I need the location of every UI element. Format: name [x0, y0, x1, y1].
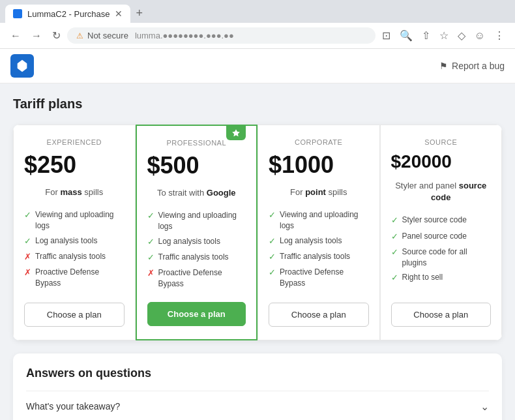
new-tab-button[interactable]: + — [130, 4, 148, 23]
plan-price-corporate: $1000 — [269, 151, 369, 179]
feature-item: ✓Log analysis tools — [147, 234, 246, 250]
report-bug-label: Report a bug — [452, 61, 505, 71]
x-icon: ✗ — [24, 267, 31, 278]
plan-card-professional: PROFESSIONAL $500 To strait with Google … — [136, 125, 258, 340]
plan-price-source: $20000 — [391, 151, 492, 172]
tab-favicon — [13, 9, 22, 18]
check-icon: ✓ — [269, 235, 276, 247]
check-icon: ✓ — [391, 215, 398, 226]
feature-item: ✗Proactive Defense Bypass — [24, 265, 125, 291]
faq-section: Answers on questions What's your takeawa… — [13, 353, 502, 420]
plan-card-source: SOURCE $20000 Styler and panel source co… — [380, 125, 503, 340]
forward-button[interactable]: → — [27, 27, 46, 44]
check-icon: ✓ — [24, 209, 31, 221]
check-icon: ✓ — [147, 210, 154, 222]
extensions-button[interactable]: ◇ — [454, 27, 469, 44]
tab-bar: LummaC2 - Purchase ✕ + — [0, 0, 515, 23]
security-warning-icon: ⚠ — [76, 31, 83, 40]
plan-name-experienced: EXPERIENCED — [24, 138, 125, 146]
plan-features-source: ✓Styler source code ✓Panel source code ✓… — [391, 213, 492, 292]
x-icon: ✗ — [24, 251, 31, 263]
chevron-down-icon-1: ⌄ — [480, 400, 489, 413]
feature-item: ✓Proactive Defense Bypass — [269, 265, 369, 291]
report-bug-button[interactable]: ⚑ Report a bug — [439, 61, 505, 71]
nav-bar: ← → ↻ ⚠ Not secure lumma.●●●●●●●●.●●●.●●… — [0, 23, 515, 49]
feature-item: ✓Panel source code — [391, 229, 492, 245]
plans-grid: EXPERIENCED $250 For mass spills ✓Viewin… — [13, 125, 502, 340]
security-label: Not secure — [87, 31, 128, 40]
choose-plan-button-professional[interactable]: Choose a plan — [147, 302, 246, 326]
feature-item: ✓Traffic analysis tools — [269, 249, 369, 265]
plan-desc-experienced: For mass spills — [24, 187, 125, 198]
check-icon: ✓ — [147, 252, 154, 263]
feature-item: ✓Viewing and uploading logs — [24, 207, 125, 233]
faq-question-1: What's your takeaway? — [26, 401, 120, 412]
feature-item: ✓Right to sell — [391, 270, 492, 286]
refresh-button[interactable]: ↻ — [48, 27, 65, 44]
feature-item: ✓Viewing and uploading logs — [269, 207, 369, 233]
choose-plan-button-experienced[interactable]: Choose a plan — [24, 303, 125, 327]
nav-actions: ⊡ 🔍 ⇧ ☆ ◇ ☺ ⋮ — [378, 27, 508, 44]
plan-price-professional: $500 — [147, 152, 246, 179]
flag-icon: ⚑ — [439, 61, 448, 71]
address-bar[interactable]: ⚠ Not secure lumma.●●●●●●●●.●●●.●● — [67, 27, 375, 44]
tab-title: LummaC2 - Purchase — [27, 9, 110, 19]
check-icon: ✓ — [391, 272, 398, 284]
check-icon: ✓ — [24, 235, 31, 247]
search-button[interactable]: 🔍 — [396, 27, 417, 44]
feature-item: ✓Styler source code — [391, 213, 492, 228]
plan-features-professional: ✓Viewing and uploading logs ✓Log analysi… — [147, 208, 246, 292]
app-header: ⚑ Report a bug — [0, 49, 515, 83]
plan-card-experienced: EXPERIENCED $250 For mass spills ✓Viewin… — [13, 125, 136, 340]
menu-button[interactable]: ⋮ — [490, 27, 508, 44]
check-icon: ✓ — [147, 236, 154, 248]
plan-desc-corporate: For point spills — [269, 187, 369, 198]
check-icon: ✓ — [391, 231, 398, 243]
plan-features-corporate: ✓Viewing and uploading logs ✓Log analysi… — [269, 207, 369, 292]
check-icon: ✓ — [269, 209, 276, 221]
feature-item: ✗Traffic analysis tools — [24, 249, 125, 265]
back-button[interactable]: ← — [7, 27, 25, 44]
browser-chrome: LummaC2 - Purchase ✕ + ← → ↻ ⚠ Not secur… — [0, 0, 515, 49]
share-button[interactable]: ⇧ — [418, 27, 434, 44]
url-display: lumma.●●●●●●●●.●●●.●● — [135, 31, 234, 40]
choose-plan-button-source[interactable]: Choose a plan — [391, 303, 492, 327]
plan-desc-professional: To strait with Google — [147, 187, 246, 199]
x-icon: ✗ — [147, 267, 154, 279]
plan-desc-source: Styler and panel source code — [391, 180, 492, 203]
main-content: Tariff plans EXPERIENCED $250 For mass s… — [0, 83, 515, 420]
check-icon: ✓ — [391, 247, 398, 258]
tab-close-button[interactable]: ✕ — [115, 8, 123, 19]
feature-item: ✓Source code for all plugins — [391, 245, 492, 271]
faq-item-1[interactable]: What's your takeaway? ⌄ — [26, 391, 489, 420]
plan-card-corporate: CORPORATE $1000 For point spills ✓Viewin… — [258, 125, 380, 340]
plan-features-experienced: ✓Viewing and uploading logs ✓Log analysi… — [24, 207, 125, 292]
check-icon: ✓ — [269, 267, 276, 278]
featured-badge — [226, 126, 246, 140]
feature-item: ✓Traffic analysis tools — [147, 250, 246, 265]
faq-title: Answers on questions — [26, 367, 489, 380]
feature-item: ✗Proactive Defense Bypass — [147, 265, 246, 292]
plan-name-corporate: CORPORATE — [269, 138, 369, 146]
profile-button[interactable]: ☺ — [471, 27, 489, 44]
check-icon: ✓ — [269, 251, 276, 263]
choose-plan-button-corporate[interactable]: Choose a plan — [269, 303, 369, 327]
cast-button[interactable]: ⊡ — [378, 27, 394, 44]
plan-price-experienced: $250 — [24, 151, 125, 179]
app-logo — [10, 54, 34, 78]
feature-item: ✓Log analysis tools — [24, 233, 125, 249]
feature-item: ✓Log analysis tools — [269, 233, 369, 249]
active-tab[interactable]: LummaC2 - Purchase ✕ — [5, 5, 130, 23]
bookmark-button[interactable]: ☆ — [435, 27, 452, 44]
plan-name-source: SOURCE — [391, 138, 492, 146]
feature-item: ✓Viewing and uploading logs — [147, 208, 246, 234]
page-title: Tariff plans — [13, 97, 502, 112]
